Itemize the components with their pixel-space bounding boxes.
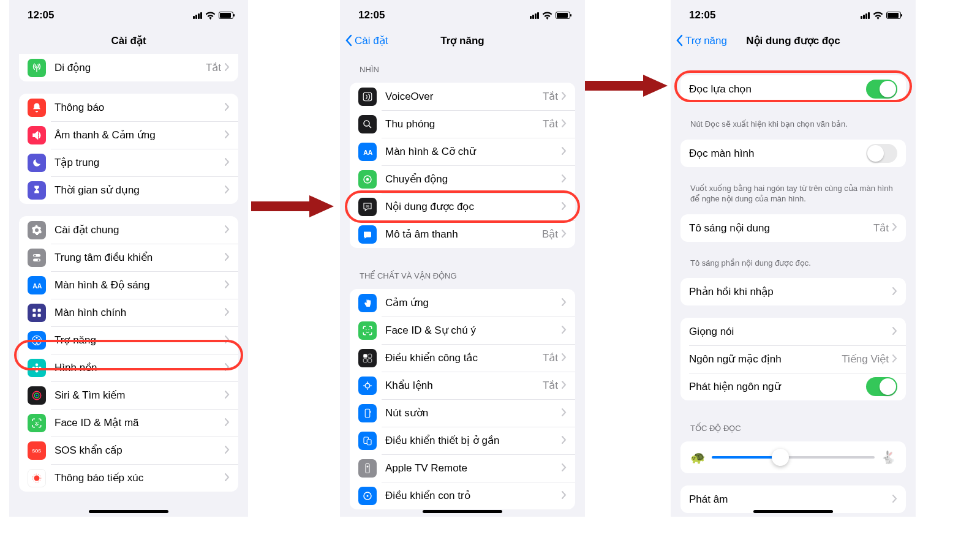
svg-point-10 (36, 337, 38, 339)
list-group-vision: VoiceOverTắt Thu phóngTắt AAMàn hình & C… (350, 83, 575, 248)
status-bar: 12:05 (340, 0, 585, 27)
row-voices[interactable]: Giọng nói (680, 318, 906, 345)
svg-rect-32 (363, 354, 367, 358)
moon-icon (28, 154, 46, 172)
row-display-text[interactable]: AAMàn hình & Cỡ chữ (350, 138, 575, 165)
row-display[interactable]: AAMàn hình & Độ sáng (19, 271, 238, 299)
chevron-right-icon (562, 119, 567, 130)
svg-point-14 (32, 366, 36, 369)
chevron-right-icon (562, 380, 567, 391)
row-typing-feedback[interactable]: Phản hồi khi nhập (680, 278, 906, 305)
row-mobile-data[interactable]: Di động Tắt (19, 54, 238, 81)
footer-speak-selection: Nút Đọc sẽ xuất hiện khi bạn chọn văn bả… (671, 115, 916, 140)
chevron-right-icon (892, 494, 897, 505)
battery-icon (556, 12, 570, 19)
svg-point-20 (38, 421, 39, 422)
list-group-mobile: Di động Tắt (19, 54, 238, 81)
svg-point-36 (365, 383, 370, 388)
svg-text:AA: AA (32, 282, 42, 289)
list-group-general: Cài đặt chung Trung tâm điều khiển AAMàn… (19, 216, 238, 492)
chevron-right-icon (562, 201, 567, 212)
row-value: Tắt (206, 61, 221, 74)
group-header-physical: THỂ CHẤT VÀ VẬN ĐỘNG (340, 260, 585, 284)
row-screentime[interactable]: Thời gian sử dụng (19, 176, 238, 204)
row-appletv-remote[interactable]: Apple TV Remote (350, 454, 575, 482)
list-group-typing-feedback: Phản hồi khi nhập (680, 278, 906, 305)
home-indicator[interactable] (753, 510, 833, 513)
svg-rect-5 (32, 309, 36, 312)
svg-point-28 (366, 178, 369, 181)
row-spoken-content[interactable]: 99Nội dung được đọc (350, 193, 575, 220)
arrow-step-2 (585, 73, 671, 100)
home-indicator[interactable] (423, 510, 502, 513)
row-notifications[interactable]: Thông báo (19, 94, 238, 121)
list-group-speed: 🐢 🐇 (680, 441, 906, 473)
nav-title: Trợ năng (440, 34, 484, 47)
text-size-icon: AA (358, 143, 377, 161)
cellular-signal-icon (861, 12, 870, 19)
row-general[interactable]: Cài đặt chung (19, 216, 238, 244)
row-nearby-devices[interactable]: Điều khiển thiết bị ở gần (350, 427, 575, 454)
home-indicator[interactable] (89, 510, 168, 513)
svg-rect-8 (38, 313, 41, 317)
chevron-right-icon (562, 353, 567, 364)
chevron-right-icon (225, 157, 230, 168)
status-bar: 12:05 (671, 0, 916, 27)
row-switch-control[interactable]: Điều khiển công tắcTắt (350, 344, 575, 372)
row-wallpaper[interactable]: Hình nền (19, 354, 238, 381)
row-voiceover[interactable]: VoiceOverTắt (350, 83, 575, 110)
row-speak-screen[interactable]: Đọc màn hình (680, 140, 906, 167)
svg-point-3 (38, 259, 40, 261)
toggle-detect-lang[interactable] (866, 377, 897, 396)
row-side-button[interactable]: Nút sườn (350, 399, 575, 427)
group-header-vision: NHÌN (340, 54, 585, 78)
row-audio-desc[interactable]: Mô tả âm thanhBật (350, 220, 575, 248)
nav-title: Nội dung được đọc (746, 34, 840, 47)
toggle-speak-screen[interactable] (866, 144, 897, 163)
row-control-center[interactable]: Trung tâm điều khiển (19, 244, 238, 271)
row-faceid[interactable]: Face ID & Mật mã (19, 409, 238, 437)
chevron-right-icon (225, 307, 230, 318)
row-sounds[interactable]: Âm thanh & Cảm ứng (19, 121, 238, 149)
svg-rect-40 (367, 439, 371, 444)
row-pronunciation[interactable]: Phát âm (680, 485, 906, 513)
row-touch[interactable]: Cảm ứng (350, 289, 575, 317)
row-pointer[interactable]: Điều khiển con trỏ (350, 482, 575, 509)
row-home-screen[interactable]: Màn hình chính (19, 299, 238, 326)
row-face-attention[interactable]: Face ID & Sự chú ý (350, 317, 575, 344)
row-speak-selection[interactable]: Đọc lựa chọn (680, 75, 906, 103)
row-focus[interactable]: Tập trung (19, 149, 238, 176)
list-group-pronunciation: Phát âm (680, 485, 906, 513)
back-button[interactable]: Trợ năng (676, 34, 727, 47)
svg-point-18 (36, 394, 38, 396)
svg-point-30 (366, 329, 367, 330)
chevron-right-icon (225, 252, 230, 263)
row-accessibility[interactable]: Trợ năng (19, 326, 238, 354)
voice-control-icon (358, 377, 377, 395)
row-sos[interactable]: SOSSOS khẩn cấp (19, 437, 238, 464)
chevron-right-icon (562, 298, 567, 309)
row-exposure[interactable]: Thông báo tiếp xúc (19, 464, 238, 492)
row-motion[interactable]: Chuyển động (350, 165, 575, 193)
row-detect-lang[interactable]: Phát hiện ngôn ngữ (680, 373, 906, 400)
svg-rect-37 (365, 409, 370, 418)
back-button[interactable]: Cài đặt (345, 34, 388, 47)
chevron-right-icon (562, 146, 567, 157)
switch-control-icon (358, 349, 377, 367)
row-label: Di động (55, 61, 206, 74)
row-highlight-content[interactable]: Tô sáng nội dung Tắt (680, 214, 906, 242)
chevron-right-icon (225, 280, 230, 291)
row-zoom[interactable]: Thu phóngTắt (350, 110, 575, 138)
cellular-signal-icon (530, 12, 539, 19)
apps-grid-icon (28, 304, 46, 322)
chevron-right-icon (225, 62, 230, 73)
navigation-bar: Cài đặt Trợ năng (340, 27, 585, 54)
toggle-speak-selection[interactable] (866, 80, 897, 99)
row-voice-control[interactable]: Khẩu lệnhTắt (350, 372, 575, 399)
battery-icon (886, 12, 901, 19)
status-icons (193, 12, 233, 20)
chevron-right-icon (562, 435, 567, 446)
row-siri[interactable]: Siri & Tìm kiếm (19, 381, 238, 409)
speed-slider[interactable] (712, 456, 875, 459)
row-default-language[interactable]: Ngôn ngữ mặc định Tiếng Việt (680, 345, 906, 373)
